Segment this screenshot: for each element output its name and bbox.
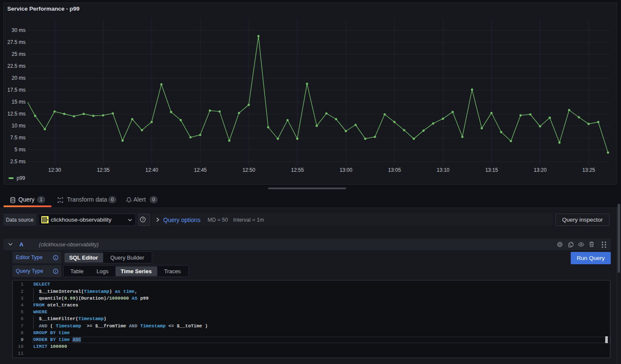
svg-text:17.5 ms: 17.5 ms (7, 87, 26, 93)
svg-text:?: ? (142, 217, 144, 222)
svg-text:2.5 ms: 2.5 ms (10, 159, 26, 165)
svg-text:25 ms: 25 ms (12, 51, 26, 57)
svg-text:12:40: 12:40 (145, 167, 158, 173)
svg-text:13:25: 13:25 (582, 167, 595, 173)
svg-text:12:30: 12:30 (48, 167, 61, 173)
svg-text:13:15: 13:15 (485, 167, 498, 173)
svg-text:p99: p99 (17, 175, 25, 181)
svg-text:10 ms: 10 ms (12, 123, 26, 129)
svg-text:22.5 ms: 22.5 ms (7, 63, 26, 69)
svg-text:12.5 ms: 12.5 ms (7, 111, 26, 117)
svg-text:12:35: 12:35 (97, 167, 110, 173)
svg-text:15 ms: 15 ms (12, 99, 26, 105)
svg-text:20 ms: 20 ms (12, 75, 26, 81)
svg-text:13:10: 13:10 (436, 167, 449, 173)
svg-text:7.5 ms: 7.5 ms (10, 135, 26, 141)
svg-text:30 ms: 30 ms (12, 27, 26, 33)
svg-text:27.5 ms: 27.5 ms (7, 39, 26, 45)
svg-text:5 ms: 5 ms (14, 147, 26, 153)
svg-text:13:00: 13:00 (340, 167, 352, 173)
svg-text:13:20: 13:20 (534, 167, 546, 173)
svg-text:12:50: 12:50 (243, 167, 255, 173)
svg-text:12:55: 12:55 (291, 167, 304, 173)
svg-text:13:05: 13:05 (388, 167, 401, 173)
svg-text:12:45: 12:45 (194, 167, 207, 173)
